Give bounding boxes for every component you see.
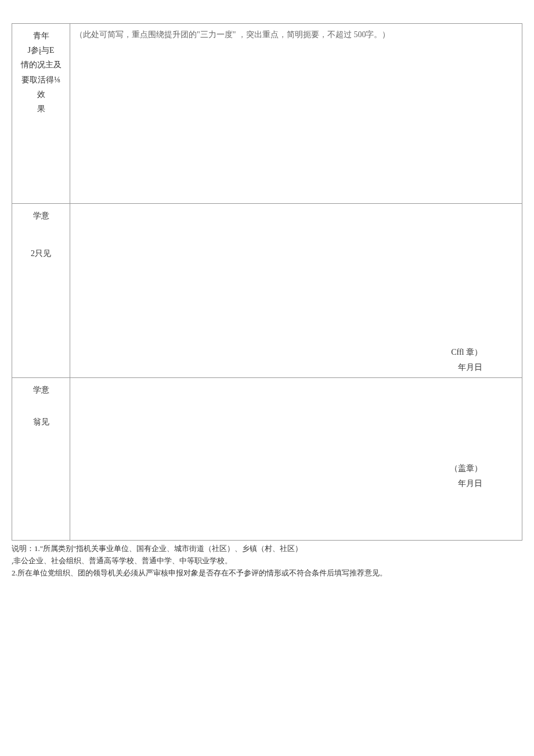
row3-label-line2: 翁见 xyxy=(17,415,65,429)
row3-label-line1: 学意 xyxy=(17,383,65,397)
notes-line3: 2.所在单位党组织、团的领导机关必须从严审核申报对象是否存在不予参评的情形或不符… xyxy=(12,567,522,579)
row1-label-line1: 青年 xyxy=(17,28,65,43)
row3-stamp-block: （盖章） 年月日 xyxy=(75,463,517,489)
row1-label-line4: 要取活得⅛ xyxy=(17,73,65,87)
row1-content-cell: （此处可简写，重点围绕提升团的"三力一度" ，突出重点，简明扼要，不超过 500… xyxy=(70,24,522,204)
row2-date-text: 年月日 xyxy=(75,362,482,373)
row2-label-line2: 2只见 xyxy=(17,246,65,261)
row3-stamp-text: （盖章） xyxy=(75,463,482,474)
row3-label-cell: 学意 翁见 xyxy=(12,378,70,541)
row1-label-cell: 青年 J参į与E 情的况主及 要取活得⅛ 效 果 xyxy=(12,24,70,204)
row-opinion-1: 学意 2只见 Cffl 章） 年月日 xyxy=(12,204,522,378)
row1-hint-text: （此处可简写，重点围绕提升团的"三力一度" ，突出重点，简明扼要，不超过 500… xyxy=(75,30,390,39)
row2-label-cell: 学意 2只见 xyxy=(12,204,70,378)
row2-stamp-text: Cffl 章） xyxy=(75,347,482,358)
row-opinion-2: 学意 翁见 （盖章） 年月日 xyxy=(12,378,522,541)
row3-date-text: 年月日 xyxy=(75,478,482,489)
row2-label-line1: 学意 xyxy=(17,208,65,223)
row1-label-line3: 情的况主及 xyxy=(17,57,65,72)
row1-label-line6: 果 xyxy=(17,102,65,116)
row2-content-cell: Cffl 章） 年月日 xyxy=(70,204,522,378)
row3-content-cell: （盖章） 年月日 xyxy=(70,378,522,541)
notes-line1: 说明：1."所属类别"指机关事业单位、国有企业、城市街道（社区）、乡镇（村、社区… xyxy=(12,543,522,555)
notes-section: 说明：1."所属类别"指机关事业单位、国有企业、城市街道（社区）、乡镇（村、社区… xyxy=(12,543,522,579)
row2-stamp-block: Cffl 章） 年月日 xyxy=(75,347,517,373)
row1-label-line5: 效 xyxy=(17,87,65,102)
notes-line2: ,非公企业、社会组织、普通高等学校、普通中学、中等职业学校。 xyxy=(12,555,522,567)
row1-label-line2: J参į与E xyxy=(17,43,65,57)
row-youth-participation: 青年 J参į与E 情的况主及 要取活得⅛ 效 果 （此处可简写，重点围绕提升团的… xyxy=(12,24,522,204)
document-form-table: 青年 J参į与E 情的况主及 要取活得⅛ 效 果 （此处可简写，重点围绕提升团的… xyxy=(12,23,522,541)
